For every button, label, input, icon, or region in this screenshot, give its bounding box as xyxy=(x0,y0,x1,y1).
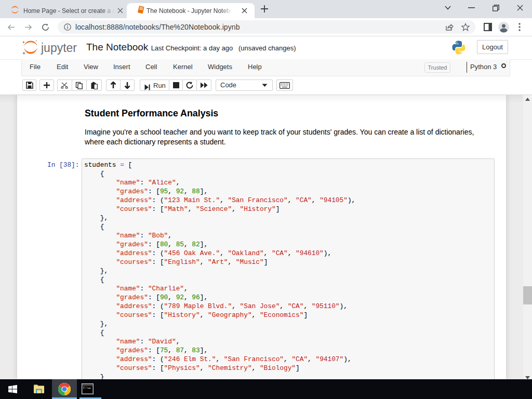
svg-text:C:\: C:\ xyxy=(83,387,88,390)
